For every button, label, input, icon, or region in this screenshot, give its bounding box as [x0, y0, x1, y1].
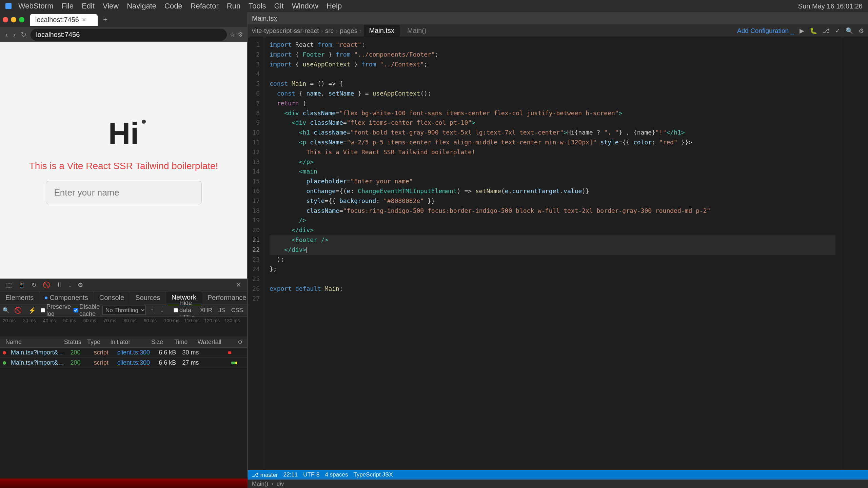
forward-button[interactable]: ›	[12, 29, 17, 40]
throttle-selector[interactable]: No Throttling	[102, 306, 146, 315]
menu-git[interactable]: Git	[274, 2, 284, 11]
code-line-26: export default Main;	[270, 284, 835, 294]
menu-window[interactable]: Window	[292, 2, 318, 11]
code-line-11: <p className="w-2/5 p-5 items-center fle…	[270, 138, 835, 147]
extensions-icon[interactable]: ⚙	[238, 31, 243, 38]
code-line-14: <main	[270, 167, 835, 177]
menu-help[interactable]: Help	[327, 2, 342, 11]
export-har-icon[interactable]: ↓	[158, 305, 165, 315]
breadcrumb: vite-typescript-ssr-react › src › pages …	[252, 25, 432, 37]
code-area[interactable]: import React from "react"; import { Foot…	[264, 37, 841, 470]
add-configuration-button[interactable]: Add Configuration _	[737, 27, 794, 35]
search-icon[interactable]: 🔍	[846, 27, 853, 35]
header-size[interactable]: Size	[149, 339, 172, 346]
tab-components[interactable]: Components	[39, 291, 94, 304]
bottom-breadcrumb-text: Main() › div	[252, 481, 284, 487]
browser-address-bar: ‹ › ↻ ☆ ⚙	[0, 27, 247, 42]
menu-tools[interactable]: Tools	[249, 2, 266, 11]
indent-status: 4 spaces	[325, 471, 348, 478]
tab-sources[interactable]: Sources	[130, 291, 166, 304]
header-initiator[interactable]: Initiator	[107, 339, 149, 346]
waterfall-bar-1	[228, 351, 231, 354]
bookmark-icon[interactable]: ☆	[230, 31, 235, 38]
macos-menu[interactable]: WebStorm File Edit View Navigate Code Re…	[18, 2, 342, 11]
header-name[interactable]: Name	[3, 339, 61, 346]
clear-requests-button[interactable]: 🚫	[12, 305, 24, 316]
menu-edit[interactable]: Edit	[82, 2, 95, 11]
active-browser-tab[interactable]: localhost:7456 ✕	[30, 14, 98, 26]
header-status[interactable]: Status	[61, 339, 84, 346]
tab-elements[interactable]: Elements	[0, 291, 39, 304]
devtools-mobile-icon[interactable]: 📱	[16, 280, 27, 290]
code-line-20: </div>	[270, 225, 835, 235]
line-20: 20	[248, 225, 260, 235]
debug-icon[interactable]: 🐛	[810, 27, 817, 35]
header-waterfall[interactable]: Waterfall	[195, 339, 236, 346]
new-tab-button[interactable]: +	[100, 14, 110, 25]
breadcrumb-src: src	[325, 27, 334, 35]
table-settings-icon[interactable]: ⚙	[236, 338, 244, 347]
filter-xhr[interactable]: XHR	[197, 306, 215, 314]
settings-icon[interactable]: ⚙	[859, 27, 864, 35]
menu-view[interactable]: View	[103, 2, 119, 11]
import-har-icon[interactable]: ↑	[149, 305, 156, 315]
line-23: 23	[248, 255, 260, 265]
devtools-clear-icon[interactable]: 🚫	[41, 280, 52, 290]
devtools-tabs: Elements Components Console Sources Netw…	[0, 291, 247, 304]
devtools-refresh-icon[interactable]: ↻	[29, 280, 39, 290]
menu-file[interactable]: File	[62, 2, 74, 11]
minimize-button[interactable]	[11, 17, 16, 22]
menu-navigate[interactable]: Navigate	[127, 2, 156, 11]
menu-code[interactable]: Code	[164, 2, 182, 11]
line-19: 19	[248, 216, 260, 225]
maximize-button[interactable]	[19, 17, 24, 22]
line-8: 8	[248, 108, 260, 118]
preserve-log-checkbox[interactable]: Preserve log	[41, 303, 71, 318]
line-2: 2	[248, 50, 260, 60]
row-status-1: 200	[68, 349, 91, 356]
git-branch-status[interactable]: ⎇ master	[252, 471, 278, 479]
git-icon[interactable]: ⎇	[823, 27, 830, 35]
devtools-settings-icon[interactable]: ⚙	[76, 280, 85, 290]
back-button[interactable]: ‹	[4, 29, 9, 40]
network-row-2[interactable]: Main.tsx?import&t=1621195283405 200 scri…	[0, 358, 247, 368]
row-initiator-1[interactable]: client.ts:300	[115, 349, 156, 356]
devtools-pause-icon[interactable]: ⏸	[54, 280, 64, 290]
row-indicator-2	[3, 361, 6, 365]
header-type[interactable]: Type	[84, 339, 107, 346]
row-initiator-2[interactable]: client.ts:300	[115, 359, 156, 366]
tab-main-fn[interactable]: Main()	[402, 25, 432, 37]
refresh-button[interactable]: ↻	[19, 29, 28, 40]
header-time[interactable]: Time	[172, 339, 195, 346]
tab-performance[interactable]: Performance	[202, 291, 247, 304]
row-type-1: script	[91, 349, 115, 356]
menu-run[interactable]: Run	[227, 2, 240, 11]
menu-refactor[interactable]: Refactor	[191, 2, 219, 11]
tab-title: localhost:7456	[35, 16, 79, 24]
tab-main-tsx[interactable]: Main.tsx	[364, 25, 400, 37]
line-21: 21	[248, 235, 260, 245]
line-16: 16	[248, 186, 260, 196]
filter-js[interactable]: JS	[216, 306, 228, 314]
network-row-1[interactable]: Main.tsx?import&t=1621195283300 200 scri…	[0, 348, 247, 358]
devtools-panel: ⬚ 📱 ↻ 🚫 ⏸ ↓ ⚙ ✕ Elements Components Cons…	[0, 279, 247, 488]
tab-console[interactable]: Console	[94, 291, 130, 304]
menu-webstorm[interactable]: WebStorm	[18, 2, 54, 11]
tab-close-icon[interactable]: ✕	[82, 17, 86, 23]
code-line-12: This is a Vite React SSR Tailwind boiler…	[270, 147, 835, 157]
filter-css[interactable]: CSS	[229, 306, 246, 314]
devtools-inspect-icon[interactable]: ⬚	[4, 280, 14, 290]
devtools-more-icon[interactable]: ✕	[234, 280, 243, 290]
devtools-arrow-icon[interactable]: ↓	[66, 280, 74, 290]
code-line-24: };	[270, 264, 835, 274]
preserve-log-toggle[interactable]: ⚡	[26, 305, 38, 316]
line-10: 10	[248, 128, 260, 138]
address-input[interactable]	[31, 29, 227, 41]
close-button[interactable]	[3, 17, 8, 22]
disable-cache-checkbox[interactable]: Disable cache	[74, 303, 100, 318]
devtools-toolbar: ⬚ 📱 ↻ 🚫 ⏸ ↓ ⚙ ✕	[0, 279, 247, 291]
run-icon[interactable]: ▶	[800, 27, 804, 35]
line-27: 27	[248, 294, 260, 304]
code-line-22: </div>	[270, 245, 835, 255]
name-input-field[interactable]	[46, 181, 202, 204]
